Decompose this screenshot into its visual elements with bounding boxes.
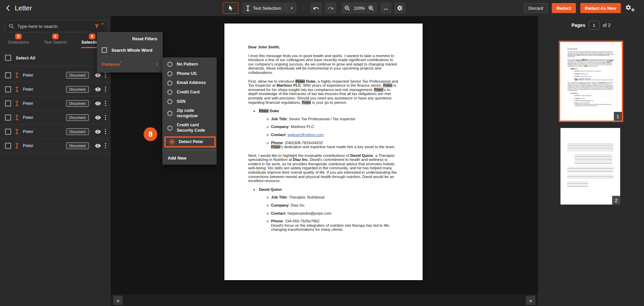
row-menu-kebab-icon[interactable]	[104, 72, 107, 79]
page-thumbnail-2[interactable]: 2	[560, 128, 620, 205]
email-link[interactable]: wglover@yahoo.com	[287, 133, 324, 137]
letter-sublist-item: Job Title: Therapist, Nutritional	[259, 195, 399, 200]
radio-button[interactable]	[167, 111, 172, 116]
text-run: : Therapist, Nutritional	[580, 95, 591, 96]
highlighted-term[interactable]: Peter	[271, 145, 280, 149]
text-selection-caret[interactable]: ▾	[286, 2, 297, 14]
selection-row[interactable]: Peter Document	[0, 96, 111, 111]
selection-row[interactable]: Peter Document	[0, 68, 111, 82]
text-selection-button[interactable]: Text Selection	[242, 2, 286, 14]
radio-button[interactable]	[167, 62, 172, 67]
redact-as-new-button[interactable]: Redact As New	[580, 3, 621, 13]
redo-button[interactable]	[325, 2, 336, 14]
pattern-option[interactable]: Credit card Security Code	[162, 121, 217, 135]
redo-icon	[327, 5, 334, 11]
radio-button[interactable]	[169, 139, 174, 144]
visibility-eye-icon[interactable]	[95, 143, 101, 148]
back-button[interactable]	[5, 5, 11, 11]
pattern-option[interactable]: Credit Card	[162, 88, 217, 97]
collapse-right-panel-button[interactable]: »	[526, 296, 535, 305]
text-run: I trust this message finds you in good h…	[568, 51, 614, 57]
row-checkbox[interactable]	[5, 72, 11, 78]
tab-badge: 6	[89, 34, 96, 39]
highlighted-term[interactable]: Peter	[571, 68, 574, 70]
patterns-submenu-trigger[interactable]: Patterns* ›	[97, 56, 163, 71]
selection-label: Peter	[23, 129, 62, 134]
tab-detections[interactable]: 0 Detections	[0, 34, 37, 48]
tab-text-search[interactable]: 6 Text Search	[37, 34, 74, 48]
visibility-eye-icon[interactable]	[95, 87, 101, 92]
fit-width-button[interactable]: ↔	[380, 2, 391, 14]
text-run: Company	[575, 73, 580, 75]
whole-word-checkbox[interactable]	[102, 47, 107, 53]
page-thumbnail-1[interactable]: Dear John Smith,I trust this message fin…	[559, 41, 623, 122]
collapse-left-panel-button[interactable]: «	[113, 296, 123, 305]
select-all-checkbox[interactable]	[5, 55, 11, 61]
radio-button[interactable]	[167, 71, 172, 76]
row-checkbox[interactable]	[5, 100, 11, 106]
text-run: : (040)308-7824x04202	[283, 141, 323, 145]
highlighted-term[interactable]: Peter	[383, 83, 392, 87]
row-checkbox[interactable]	[5, 143, 11, 149]
toolbar-divider	[303, 4, 304, 12]
highlighted-term[interactable]: Peter	[302, 100, 311, 104]
undo-button[interactable]	[310, 2, 322, 14]
zoom-out-button[interactable]	[344, 5, 350, 11]
visibility-eye-icon[interactable]	[95, 129, 101, 134]
highlighted-term[interactable]: Peter	[259, 109, 269, 113]
zoom-level: 100%	[353, 6, 366, 11]
visibility-eye-icon[interactable]	[95, 115, 101, 120]
redact-button[interactable]: Redact	[552, 3, 576, 13]
row-checkbox[interactable]	[5, 86, 11, 92]
visibility-eye-icon[interactable]	[95, 73, 101, 78]
radio-button[interactable]	[167, 90, 172, 95]
radio-button[interactable]	[167, 81, 172, 86]
selection-row[interactable]: Peter Document	[0, 125, 111, 139]
row-menu-kebab-icon[interactable]	[104, 142, 107, 149]
advanced-settings-button[interactable]	[625, 4, 635, 12]
pattern-option[interactable]: No Pattern	[162, 60, 217, 69]
cursor-tool-button[interactable]	[223, 2, 238, 14]
row-menu-kebab-icon[interactable]	[104, 128, 107, 135]
highlighted-term[interactable]: Peter	[296, 79, 305, 83]
selection-row[interactable]: Peter Document	[0, 139, 111, 153]
search-input[interactable]	[17, 24, 91, 29]
pattern-option[interactable]: Phone US	[162, 69, 217, 79]
document-page[interactable]: Dear John Smith,I trust this message fin…	[224, 24, 423, 280]
letter-sublist-item: Company: Diaz Inc	[259, 203, 399, 208]
selection-list: Peter Document Peter Document	[0, 68, 111, 153]
chevron-right-icon: ›	[156, 60, 158, 67]
discard-button[interactable]: Discard	[524, 3, 547, 13]
current-page-input[interactable]	[589, 21, 599, 30]
visibility-eye-icon[interactable]	[95, 101, 101, 106]
highlighted-term[interactable]: Peter	[374, 88, 383, 92]
search-whole-word-option[interactable]: Search Whole Word	[97, 44, 163, 56]
pattern-option[interactable]: Zip code recognizer	[162, 106, 217, 121]
row-menu-kebab-icon[interactable]	[104, 114, 107, 121]
pattern-option-label: Phone US	[177, 71, 197, 77]
pages-navigator: Pages of 2	[538, 21, 644, 30]
pattern-option[interactable]: Detect Peter	[164, 136, 216, 148]
text-run: 's dedication and expertise have made hi…	[578, 79, 613, 81]
email-link[interactable]: wglover@yahoo.com	[580, 76, 591, 77]
settings-button[interactable]	[394, 2, 406, 14]
radio-button[interactable]	[167, 126, 172, 131]
row-menu-kebab-icon[interactable]	[104, 86, 107, 93]
text-run: Duke	[305, 79, 315, 83]
highlighted-term[interactable]: Peter	[575, 79, 578, 81]
add-new-pattern-button[interactable]: Add New	[162, 154, 217, 161]
text-run: David Quinn	[571, 93, 578, 94]
row-checkbox[interactable]	[5, 129, 11, 135]
reset-filters-button[interactable]: Reset Filters	[97, 33, 163, 44]
filter-funnel-icon[interactable]	[94, 24, 100, 29]
selection-row[interactable]: Peter Document	[0, 111, 111, 125]
zoom-in-button[interactable]	[368, 5, 374, 11]
highlighted-term[interactable]: Peter	[584, 65, 587, 67]
radio-button[interactable]	[167, 99, 172, 104]
selection-row[interactable]: Peter Document	[0, 82, 111, 96]
pattern-option[interactable]: Email Address	[162, 78, 217, 88]
text-run: Company	[575, 97, 580, 99]
pattern-option[interactable]: SSN	[162, 97, 217, 106]
row-menu-kebab-icon[interactable]	[104, 100, 107, 107]
row-checkbox[interactable]	[5, 115, 11, 121]
